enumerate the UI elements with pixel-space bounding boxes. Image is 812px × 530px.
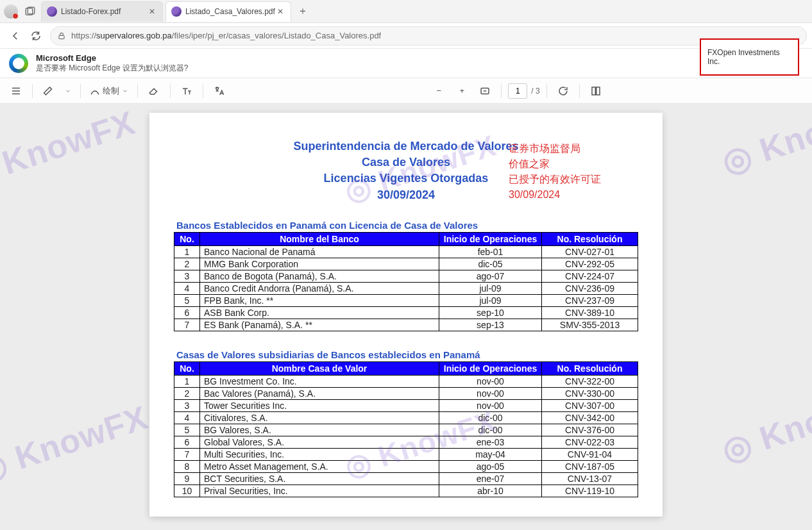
section-heading: Bancos Establecidos en Panamá con Licenc… <box>176 220 638 231</box>
cell-date: nov-00 <box>439 399 542 411</box>
cell-date: dic-05 <box>439 258 542 270</box>
lock-icon <box>57 31 66 40</box>
highlight-icon[interactable] <box>39 81 58 101</box>
table-row: 3Tower Securities Inc.nov-00CNV-307-00 <box>174 399 638 411</box>
url-field[interactable]: https://supervalores.gob.pa/files/iper/p… <box>50 26 807 46</box>
cell-date: jul-09 <box>439 294 542 306</box>
table-row: 3Banco de Bogota (Panamá), S.A.ago-07CNV… <box>174 270 638 282</box>
tab-actions-icon[interactable] <box>24 6 36 17</box>
cell-res: CNV-13-07 <box>542 472 638 484</box>
cell-name: Banco Nacional de Panamá <box>200 245 439 258</box>
close-icon[interactable]: ✕ <box>275 6 285 17</box>
table-row: 2MMG Bank Corporationdic-05CNV-292-05 <box>174 258 638 270</box>
zoom-out-button[interactable]: − <box>429 81 448 101</box>
separator <box>546 84 547 98</box>
cell-name: Metro Asset Management, S.A. <box>200 460 439 472</box>
separator <box>32 84 33 98</box>
cell-no: 2 <box>174 258 200 270</box>
separator <box>579 84 580 98</box>
table-row: 7ES Bank (Panamá), S.A. **sep-13SMV-355-… <box>174 319 638 331</box>
cell-no: 3 <box>174 399 200 411</box>
section-heading: Casas de Valores subsidiarias de Bancos … <box>176 349 638 360</box>
cell-name: Banco de Bogota (Panamá), S.A. <box>200 270 439 282</box>
cell-date: sep-10 <box>439 306 542 319</box>
cell-res: CNV-330-00 <box>542 387 638 399</box>
table-row: 8Metro Asset Management, S.A.ago-05CNV-1… <box>174 460 638 472</box>
page-view-icon[interactable] <box>586 81 605 101</box>
cell-name: ASB Bank Corp. <box>200 306 439 319</box>
cell-res: CNV-342-00 <box>542 411 638 424</box>
cell-name: Banco Credit Andorra (Panamá), S.A. <box>200 282 439 294</box>
text-size-icon[interactable] <box>177 81 196 101</box>
cell-no: 6 <box>174 306 200 319</box>
table-row: 4Banco Credit Andorra (Panamá), S.A.jul-… <box>174 282 638 294</box>
cell-name: BG Valores, S.A. <box>200 424 439 436</box>
cell-date: ago-05 <box>439 460 542 472</box>
separator <box>203 84 203 98</box>
table-row: 2Bac Valores (Panamá), S.A.nov-00CNV-330… <box>174 387 638 399</box>
svg-rect-2 <box>59 35 64 38</box>
cell-no: 6 <box>174 436 200 448</box>
separator <box>501 84 502 98</box>
draw-button[interactable]: 绘制 <box>87 81 131 101</box>
cell-date: dic-00 <box>439 411 542 424</box>
back-button[interactable] <box>5 26 26 46</box>
col-res: No. Resolución <box>542 361 638 375</box>
chevron-down-icon[interactable] <box>62 81 74 101</box>
col-name: Nombre del Banco <box>200 232 439 245</box>
erase-icon[interactable] <box>144 81 164 101</box>
tab-active[interactable]: Listado_Casa_Valores.pdf ✕ <box>165 1 291 22</box>
cell-name: Multi Securities, Inc. <box>200 448 439 460</box>
cell-no: 2 <box>174 387 200 399</box>
zoom-in-button[interactable]: + <box>452 81 471 101</box>
cell-no: 1 <box>174 245 200 258</box>
cell-no: 5 <box>174 424 200 436</box>
profile-icon[interactable] <box>4 4 18 19</box>
cell-no: 5 <box>174 294 200 306</box>
cell-res: CNV-236-09 <box>542 282 638 294</box>
cell-no: 3 <box>174 270 200 282</box>
pdf-toolbar: 绘制 − + / 3 <box>0 78 812 104</box>
refresh-button[interactable] <box>26 26 46 46</box>
cell-no: 7 <box>174 448 200 460</box>
cell-res: CNV-307-00 <box>542 399 638 411</box>
table-row: 5FPB Bank, Inc. **jul-09CNV-237-09 <box>174 294 638 306</box>
cell-name: ES Bank (Panamá), S.A. ** <box>200 319 439 331</box>
cell-res: CNV-389-10 <box>542 306 638 319</box>
cell-res: CNV-292-05 <box>542 258 638 270</box>
pdf-viewport[interactable]: ◎ KnowFX ◎ KnowFX ◎ KnowFX ◎ KnowFX ◎ Kn… <box>0 104 812 530</box>
cell-no: 10 <box>174 484 200 497</box>
watermark: ◎ KnowFX <box>717 104 812 181</box>
tab-title: Listado-Forex.pdf <box>61 7 147 16</box>
translate-icon[interactable] <box>210 81 229 101</box>
cell-name: BCT Securities, S.A. <box>200 472 439 484</box>
svg-rect-5 <box>596 87 599 95</box>
tab-inactive[interactable]: Listado-Forex.pdf ✕ <box>41 1 163 22</box>
rotate-icon[interactable] <box>554 81 573 101</box>
page-total-label: / 3 <box>531 87 539 95</box>
table-bancos: No. Nombre del Banco Inicio de Operacion… <box>174 232 638 331</box>
tab-title: Listado_Casa_Valores.pdf <box>185 7 275 16</box>
close-icon[interactable]: ✕ <box>147 6 157 17</box>
table-header-row: No. Nombre Casa de Valor Inicio de Opera… <box>174 361 638 375</box>
cell-no: 4 <box>174 411 200 424</box>
page-number-input[interactable] <box>508 83 527 99</box>
cell-date: ene-03 <box>439 436 542 448</box>
translation-annotation: 证券市场监督局 价值之家 已授予的有效许可证 30/09/2024 <box>509 141 601 203</box>
table-row: 9BCT Securities, S.A.ene-07CNV-13-07 <box>174 472 638 484</box>
cell-no: 9 <box>174 472 200 484</box>
table-row: 4Citivalores, S.A.dic-00CNV-342-00 <box>174 411 638 424</box>
default-browser-bar: Microsoft Edge 是否要将 Microsoft Edge 设置为默认… <box>0 49 812 78</box>
new-tab-button[interactable]: ＋ <box>294 3 312 21</box>
col-date: Inicio de Operaciones <box>439 232 542 245</box>
cell-name: FPB Bank, Inc. ** <box>200 294 439 306</box>
contents-icon[interactable] <box>6 81 26 101</box>
cell-res: CNV-022-03 <box>542 436 638 448</box>
pdf-favicon-icon <box>47 6 57 17</box>
cell-date: abr-10 <box>439 484 542 497</box>
cell-res: CNV-119-10 <box>542 484 638 497</box>
cell-no: 7 <box>174 319 200 331</box>
cell-date: sep-13 <box>439 319 542 331</box>
fit-page-icon[interactable] <box>475 81 495 101</box>
cell-date: feb-01 <box>439 245 542 258</box>
